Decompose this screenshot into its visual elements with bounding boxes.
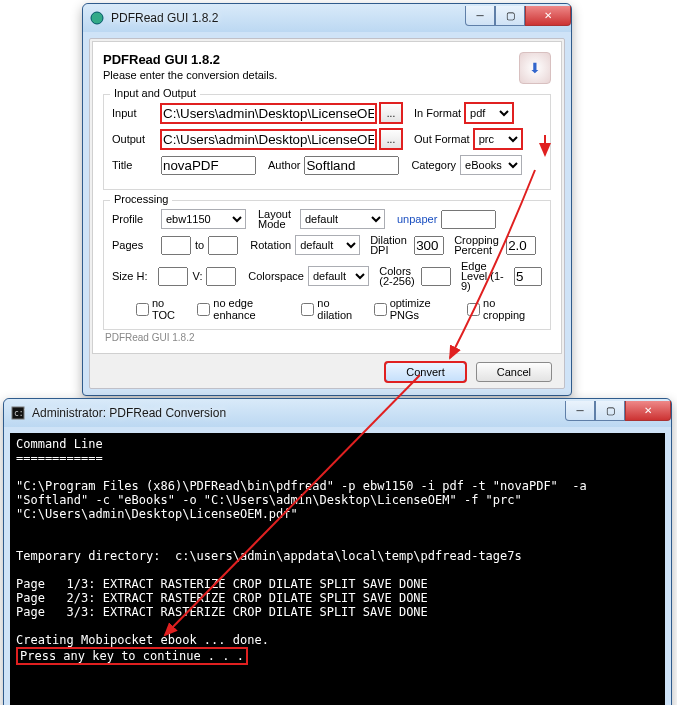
sizeh-label: Size H: <box>112 270 154 282</box>
layout-mode-select[interactable]: default <box>300 209 385 229</box>
cancel-button[interactable]: Cancel <box>476 362 552 382</box>
profile-select[interactable]: ebw1150 <box>161 209 246 229</box>
no-cropping-checkbox[interactable]: no cropping <box>467 297 534 321</box>
no-toc-checkbox[interactable]: no TOC <box>136 297 185 321</box>
maximize-button[interactable]: ▢ <box>495 6 525 26</box>
author-field[interactable] <box>304 156 399 175</box>
close-button[interactable]: ✕ <box>525 6 571 26</box>
to-label: to <box>195 239 204 251</box>
dilation-dpi-field[interactable] <box>414 236 444 255</box>
svg-text:c:\: c:\ <box>14 409 25 418</box>
console-prompt: Press any key to continue . . . <box>16 647 248 665</box>
colorspace-label: Colorspace <box>248 270 304 282</box>
in-format-label: In Format <box>414 107 461 119</box>
layout-mode-label: Layout Mode <box>258 209 296 229</box>
svg-point-0 <box>91 12 103 24</box>
title-label: Title <box>112 159 157 171</box>
title-field[interactable] <box>161 156 256 175</box>
rotation-select[interactable]: default <box>295 235 360 255</box>
unpaper-label[interactable]: unpaper <box>397 213 437 225</box>
out-format-select[interactable]: prc <box>474 129 522 149</box>
input-label: Input <box>112 107 157 119</box>
app-icon <box>89 10 105 26</box>
io-group: Input and Output Input ... In Format pdf… <box>103 94 551 190</box>
window-title: PDFRead GUI 1.8.2 <box>111 11 465 25</box>
console-titlebar[interactable]: c:\ Administrator: PDFRead Conversion ─ … <box>4 399 671 427</box>
console-title: Administrator: PDFRead Conversion <box>32 406 565 420</box>
titlebar[interactable]: PDFRead GUI 1.8.2 ─ ▢ ✕ <box>83 4 571 32</box>
profile-label: Profile <box>112 213 157 225</box>
console-close-button[interactable]: ✕ <box>625 401 671 421</box>
dilation-dpi-label: Dilation DPI <box>370 235 410 255</box>
pdfread-gui-window: PDFRead GUI 1.8.2 ─ ▢ ✕ PDFRead GUI 1.8.… <box>82 3 572 396</box>
output-path-field[interactable] <box>161 130 376 149</box>
no-edge-checkbox[interactable]: no edge enhance <box>197 297 289 321</box>
edge-level-field[interactable] <box>514 267 542 286</box>
console-output[interactable]: Command Line ============ "C:\Program Fi… <box>10 433 665 705</box>
unpaper-field[interactable] <box>441 210 496 229</box>
output-label: Output <box>112 133 157 145</box>
minimize-button[interactable]: ─ <box>465 6 495 26</box>
edge-level-label: Edge Level (1-9) <box>461 261 510 291</box>
console-minimize-button[interactable]: ─ <box>565 401 595 421</box>
status-bar: PDFRead GUI 1.8.2 <box>103 330 551 343</box>
colors-field[interactable] <box>421 267 451 286</box>
pages-label: Pages <box>112 239 157 251</box>
input-path-field[interactable] <box>161 104 376 123</box>
output-browse-button[interactable]: ... <box>380 129 402 149</box>
author-label: Author <box>268 159 300 171</box>
convert-button[interactable]: Convert <box>385 362 466 382</box>
console-icon: c:\ <box>10 405 26 421</box>
optimize-png-checkbox[interactable]: optimize PNGs <box>374 297 455 321</box>
console-maximize-button[interactable]: ▢ <box>595 401 625 421</box>
console-window: c:\ Administrator: PDFRead Conversion ─ … <box>3 398 672 705</box>
size-h-field[interactable] <box>158 267 188 286</box>
cropping-pct-field[interactable] <box>506 236 536 255</box>
processing-group-title: Processing <box>110 193 172 205</box>
dialog-footer: Convert Cancel <box>92 354 562 386</box>
io-group-title: Input and Output <box>110 87 200 99</box>
category-select[interactable]: eBooks <box>460 155 522 175</box>
cropping-pct-label: Cropping Percent <box>454 235 502 255</box>
in-format-select[interactable]: pdf <box>465 103 513 123</box>
pdfread-logo-icon: ⬇ <box>519 52 551 84</box>
input-browse-button[interactable]: ... <box>380 103 402 123</box>
colors-label: Colors (2-256) <box>379 266 417 286</box>
size-v-field[interactable] <box>206 267 236 286</box>
header-subtitle: Please enter the conversion details. <box>103 69 519 81</box>
pages-to-field[interactable] <box>208 236 238 255</box>
dialog-header: PDFRead GUI 1.8.2 Please enter the conve… <box>103 52 551 84</box>
category-label: Category <box>411 159 456 171</box>
rotation-label: Rotation <box>250 239 291 251</box>
processing-group: Processing Profile ebw1150 Layout Mode d… <box>103 200 551 330</box>
v-label: V: <box>192 270 202 282</box>
pages-from-field[interactable] <box>161 236 191 255</box>
out-format-label: Out Format <box>414 133 470 145</box>
colorspace-select[interactable]: default <box>308 266 369 286</box>
header-title: PDFRead GUI 1.8.2 <box>103 52 519 67</box>
no-dilation-checkbox[interactable]: no dilation <box>301 297 361 321</box>
